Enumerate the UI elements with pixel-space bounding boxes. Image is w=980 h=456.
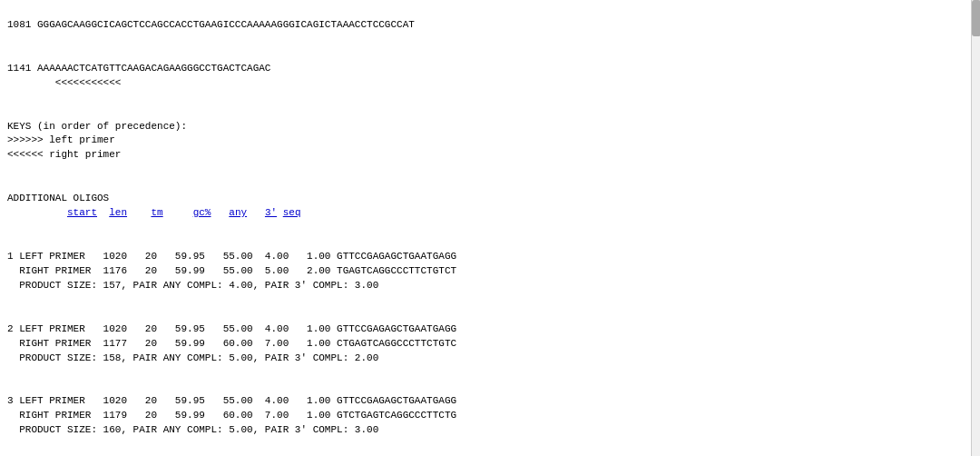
primer2-size: PRODUCT SIZE: 158, PAIR ANY COMPL: 5.00,… [7, 352, 378, 363]
line2: 1141 AAAAAACTCATGTTCAAGACAGAAGGGCCTGACTC… [7, 63, 270, 74]
arrows: <<<<<<<<<<< [7, 77, 121, 88]
keys-header: KEYS (in order of precedence): [7, 121, 187, 132]
primer3-size: PRODUCT SIZE: 160, PAIR ANY COMPL: 5.00,… [7, 424, 378, 435]
tm-col-header[interactable]: tm [151, 207, 162, 218]
three-prime-col-header[interactable]: 3' [265, 207, 277, 218]
primer1-size: PRODUCT SIZE: 157, PAIR ANY COMPL: 4.00,… [7, 280, 378, 291]
left-primer-label: >>>>>> left primer [7, 134, 115, 145]
scrollbar[interactable] [971, 0, 980, 456]
primer1-right: RIGHT PRIMER 1176 20 59.99 55.00 5.00 2.… [7, 265, 456, 276]
start-col-header[interactable]: start [67, 207, 97, 218]
right-primer-label: <<<<<< right primer [7, 149, 121, 160]
scrollbar-thumb[interactable] [972, 0, 980, 36]
primer3-left: 3 LEFT PRIMER 1020 20 59.95 55.00 4.00 1… [7, 395, 456, 406]
primer2-right: RIGHT PRIMER 1177 20 59.99 60.00 7.00 1.… [7, 338, 456, 349]
additional-oligos-header: ADDITIONAL OLIGOS [7, 193, 109, 203]
main-content: 1081 GGGAGCAAGGCICAGCTCCAGCCACCTGAAGICCC… [0, 0, 980, 456]
primer2-left: 2 LEFT PRIMER 1020 20 59.95 55.00 4.00 1… [7, 323, 456, 334]
primer3-right: RIGHT PRIMER 1179 20 59.99 60.00 7.00 1.… [7, 410, 456, 421]
len-col-header[interactable]: len [109, 207, 127, 218]
line1: 1081 GGGAGCAAGGCICAGCTCCAGCCACCTGAAGICCC… [7, 19, 415, 30]
gc-col-header[interactable]: gc% [193, 207, 211, 218]
primer1-left: 1 LEFT PRIMER 1020 20 59.95 55.00 4.00 1… [7, 251, 456, 262]
seq-col-header[interactable]: seq [283, 207, 301, 218]
any-col-header[interactable]: any [229, 207, 247, 218]
